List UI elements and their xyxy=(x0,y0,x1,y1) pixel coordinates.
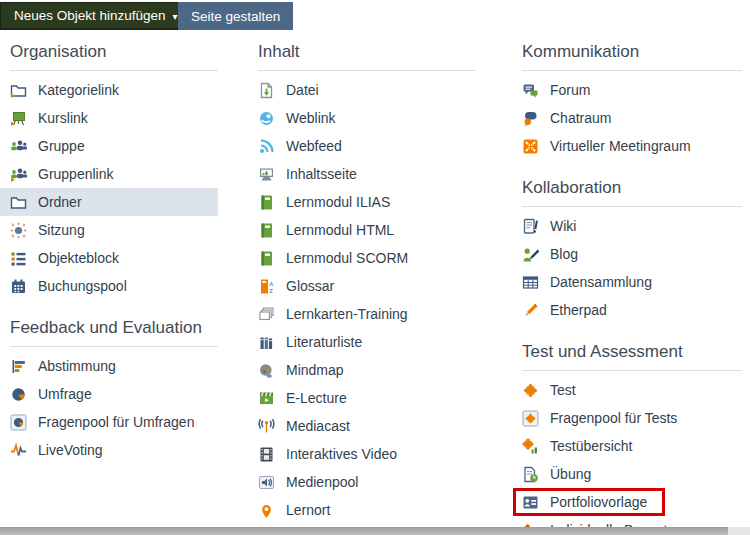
menu-item-gruppe[interactable]: Gruppe xyxy=(10,132,218,160)
menu-item-label: Übung xyxy=(550,466,591,482)
group-icon xyxy=(10,138,27,155)
menu-item-label: Wiki xyxy=(550,218,576,234)
menu-item-sitzung[interactable]: Sitzung xyxy=(10,216,218,244)
menu-item-forum[interactable]: Forum xyxy=(522,76,742,104)
menu-item-virtueller-meetingraum[interactable]: Virtueller Meetingraum xyxy=(522,132,742,160)
test-icon xyxy=(522,382,539,399)
menu-item-mediacast[interactable]: Mediacast xyxy=(258,412,476,440)
exercise-icon xyxy=(522,466,539,483)
menu-item-portfoliovorlage[interactable]: Portfoliovorlage xyxy=(513,488,665,516)
menu-item-lernmodul-html[interactable]: Lernmodul HTML xyxy=(258,216,476,244)
menu-item-ordner[interactable]: Ordner xyxy=(0,188,218,216)
section-title-inhalt: Inhalt xyxy=(258,38,476,71)
menu-item-literaturliste[interactable]: Literaturliste xyxy=(258,328,476,356)
section-items: ForumChatraumVirtueller Meetingraum xyxy=(522,76,742,160)
learning-module-icon xyxy=(258,194,275,211)
menu-item-mindmap[interactable]: Mindmap xyxy=(258,356,476,384)
menu-item-kurslink[interactable]: Kurslink xyxy=(10,104,218,132)
live-voting-icon xyxy=(10,442,27,459)
menu-item-label: LiveVoting xyxy=(38,442,103,458)
menu-item-glossar[interactable]: AZGlossar xyxy=(258,272,476,300)
menu-item-label: Kategorielink xyxy=(38,82,119,98)
forum-icon xyxy=(522,82,539,99)
menu-item-objekteblock[interactable]: Objekteblock xyxy=(10,244,218,272)
menu-item-inhaltsseite[interactable]: Inhaltsseite xyxy=(258,160,476,188)
horizontal-scrollbar[interactable] xyxy=(0,527,750,535)
add-new-object-label: Neues Objekt hinzufügen xyxy=(14,8,166,23)
menu-item-buchungspool[interactable]: Buchungspool xyxy=(10,272,218,300)
menu-item-chatraum[interactable]: Chatraum xyxy=(522,104,742,132)
menu-item-gruppenlink[interactable]: Gruppenlink xyxy=(10,160,218,188)
folder-icon xyxy=(10,194,27,211)
menu-item-label: Mindmap xyxy=(286,362,344,378)
menu-column-3: KommunikationForumChatraumVirtueller Mee… xyxy=(522,38,742,535)
menu-item-abstimmung[interactable]: Abstimmung xyxy=(10,352,218,380)
menu-item-label: Fragenpool für Umfragen xyxy=(38,414,194,430)
menu-item-umfrage[interactable]: Umfrage xyxy=(10,380,218,408)
weblink-icon xyxy=(258,110,275,127)
menu-item-lernkarten-training[interactable]: Lernkarten-Training xyxy=(258,300,476,328)
menu-item-label: E-Lecture xyxy=(286,390,347,406)
blog-icon xyxy=(522,246,539,263)
section-items: TestFragenpool für TestsTestübersichtÜbu… xyxy=(522,376,742,535)
menu-item-medienpool[interactable]: Medienpool xyxy=(258,468,476,496)
etherpad-icon xyxy=(522,302,539,319)
menu-item-etherpad[interactable]: Etherpad xyxy=(522,296,742,324)
menu-item-weblink[interactable]: Weblink xyxy=(258,104,476,132)
interactive-video-icon xyxy=(258,446,275,463)
menu-item-label: Lernmodul ILIAS xyxy=(286,194,390,210)
menu-item-label: Weblink xyxy=(286,110,336,126)
menu-item-datensammlung[interactable]: Datensammlung xyxy=(522,268,742,296)
section-title-organisation: Organisation xyxy=(10,38,218,71)
menu-item-webfeed[interactable]: Webfeed xyxy=(258,132,476,160)
chatroom-icon xyxy=(522,110,539,127)
menu-item-label: Forum xyxy=(550,82,590,98)
menu-item-fragenpool-fuer-tests[interactable]: Fragenpool für Tests xyxy=(522,404,742,432)
section-title-kollaboration: Kollaboration xyxy=(522,174,742,207)
media-pool-icon xyxy=(258,474,275,491)
mediacast-icon xyxy=(258,418,275,435)
menu-item-label: Interaktives Video xyxy=(286,446,397,462)
glossary-icon: AZ xyxy=(258,278,275,295)
menu-item-test[interactable]: Test xyxy=(522,376,742,404)
menu-item-interaktives-video[interactable]: Interaktives Video xyxy=(258,440,476,468)
menu-item-fragenpool-fuer-umfragen[interactable]: Fragenpool für Umfragen xyxy=(10,408,218,436)
menu-item-label: Literaturliste xyxy=(286,334,362,350)
add-new-object-button[interactable]: Neues Objekt hinzufügen ▾ xyxy=(0,2,192,30)
menu-item-testuebersicht[interactable]: Testübersicht xyxy=(522,432,742,460)
category-link-icon xyxy=(10,82,27,99)
location-icon xyxy=(258,502,275,519)
menu-item-label: Fragenpool für Tests xyxy=(550,410,677,426)
group-link-icon xyxy=(10,166,27,183)
menu-item-label: Chatraum xyxy=(550,110,611,126)
menu-item-label: Sitzung xyxy=(38,222,85,238)
menu-item-lernmodul-scorm[interactable]: Lernmodul SCORM xyxy=(258,244,476,272)
menu-item-label: Webfeed xyxy=(286,138,342,154)
menu-item-e-lecture[interactable]: E-Lecture xyxy=(258,384,476,412)
menu-item-kategorielink[interactable]: Kategorielink xyxy=(10,76,218,104)
section-items: WikiBlogDatensammlungEtherpad xyxy=(522,212,742,324)
design-page-button[interactable]: Seite gestalten xyxy=(178,2,293,30)
toolbar: Neues Objekt hinzufügen ▾ Seite gestalte… xyxy=(0,0,750,38)
poll-icon xyxy=(10,358,27,375)
menu-item-label: Test xyxy=(550,382,576,398)
menu-item-blog[interactable]: Blog xyxy=(522,240,742,268)
menu-item-label: Buchungspool xyxy=(38,278,127,294)
menu-item-livevoting[interactable]: LiveVoting xyxy=(10,436,218,464)
portfolio-template-icon xyxy=(522,494,539,511)
menu-item-lernort[interactable]: Lernort xyxy=(258,496,476,524)
menu-item-datei[interactable]: Datei xyxy=(258,76,476,104)
file-icon xyxy=(258,82,275,99)
scrollbar-thumb[interactable] xyxy=(0,527,728,535)
section-items: DateiWeblinkWebfeedInhaltsseiteLernmodul… xyxy=(258,76,476,524)
menu-item-label: Lernort xyxy=(286,502,330,518)
menu-item-label: Etherpad xyxy=(550,302,607,318)
menu-item-uebung[interactable]: Übung xyxy=(522,460,742,488)
svg-text:Z: Z xyxy=(269,287,273,293)
learning-module-icon xyxy=(258,250,275,267)
menu-item-label: Mediacast xyxy=(286,418,350,434)
menu-item-lernmodul-ilias[interactable]: Lernmodul ILIAS xyxy=(258,188,476,216)
learning-module-icon xyxy=(258,222,275,239)
menu-item-label: Ordner xyxy=(38,194,82,210)
menu-item-wiki[interactable]: Wiki xyxy=(522,212,742,240)
